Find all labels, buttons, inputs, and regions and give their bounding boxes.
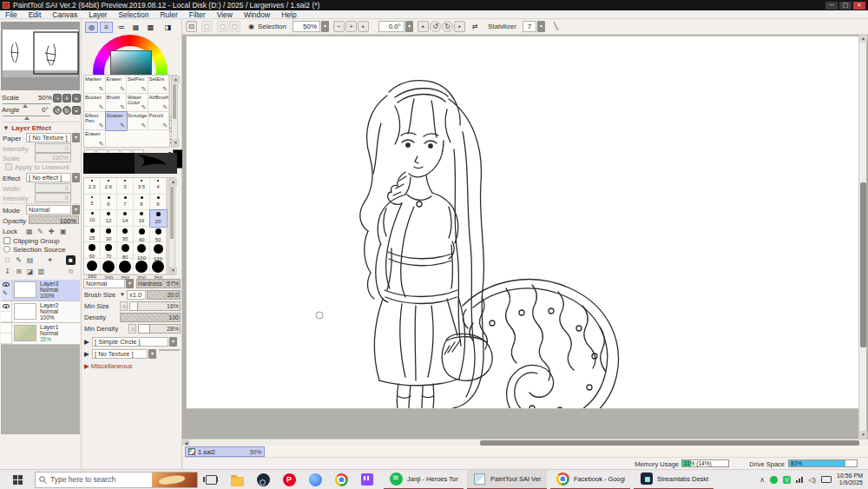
undo-icon[interactable]: ▢ — [201, 21, 213, 32]
twitch-button[interactable] — [354, 470, 380, 489]
tool-grid-scrollbar[interactable]: ▲▼ — [171, 75, 178, 148]
hsv-slider-tab[interactable]: ≔ — [115, 22, 128, 33]
canvas-rotate-reset[interactable]: ▪ — [454, 21, 465, 32]
menu-item[interactable]: View — [217, 10, 233, 19]
layer-visibility-toggle[interactable] — [1, 301, 11, 312]
blend-mode-select[interactable]: Normal — [26, 205, 71, 215]
lock-transparency-icon[interactable]: ▦ — [26, 228, 33, 235]
menu-item[interactable]: File — [5, 10, 17, 19]
menu-item[interactable]: Filter — [189, 10, 206, 19]
swatches-tab[interactable]: ▦ — [129, 22, 142, 33]
touch-keyboard-icon[interactable] — [821, 476, 832, 483]
brush-size-button[interactable]: 8 — [134, 195, 150, 211]
taskbar-app-button[interactable]: Facebook - Google ... — [550, 470, 630, 489]
min-size-slider[interactable]: 16% — [129, 301, 181, 311]
taskbar-app-button[interactable]: Janji - Heroes Tonig... — [384, 470, 464, 489]
brush-size-button[interactable]: 6 — [101, 195, 117, 211]
mixer-tab[interactable]: ▩ — [144, 22, 157, 33]
chrome-button[interactable] — [328, 470, 354, 489]
canvas-zoom-out[interactable]: − — [333, 21, 345, 32]
taskbar-app-button[interactable]: PaintTool SAI Ver.2 ... — [467, 470, 547, 489]
rotate-reset-button[interactable]: ▪ — [72, 106, 81, 115]
brush-size-button[interactable]: 10 — [84, 210, 101, 227]
paper-select[interactable]: [ No Texture ] — [26, 133, 71, 142]
brush-size-button[interactable]: 300 — [134, 259, 150, 275]
min-density-slider[interactable]: 28% — [138, 324, 181, 334]
brush-size-button[interactable]: 4 — [150, 178, 167, 195]
zoom-out-button[interactable]: − — [53, 94, 62, 102]
clipping-group-checkbox[interactable] — [3, 237, 10, 244]
canvas-rotate-ccw[interactable]: ↺ — [430, 21, 441, 32]
menu-item[interactable]: Window — [244, 10, 270, 19]
lock-move-icon[interactable]: ✚ — [49, 228, 55, 235]
brush-mode-dropdown[interactable]: ▾ — [126, 279, 134, 288]
min-size-lock[interactable]: a — [120, 301, 128, 311]
tool-button[interactable]: SelPen ✎ — [127, 76, 148, 94]
brush-size-button[interactable]: 9 — [150, 195, 167, 211]
new-layer-icon[interactable]: □ — [3, 255, 12, 265]
paper-dropdown-button[interactable]: ▾ — [72, 133, 80, 142]
menu-item[interactable]: Canvas — [52, 10, 77, 19]
size-grid-scrollbar[interactable]: ▲▼ — [168, 177, 175, 275]
navigator-thumbnail[interactable] — [1, 22, 80, 90]
tool-button[interactable]: Eraser ✎ — [84, 130, 106, 149]
menu-item[interactable]: Ruler — [160, 10, 177, 19]
layer-visibility-toggle[interactable] — [1, 280, 11, 290]
canvas-zoom-in[interactable]: + — [345, 21, 357, 32]
brush-size-button[interactable]: 80 — [117, 242, 134, 259]
tool-button[interactable]: Brush ✎ — [106, 94, 128, 112]
canvas-rotate-reset2[interactable]: ▪ — [418, 21, 429, 32]
brush-size-button[interactable]: 5 — [84, 195, 101, 211]
angle-value-box[interactable]: 0.0° — [378, 21, 404, 32]
brush-size-button[interactable]: 50 — [150, 227, 167, 243]
hardness-slider[interactable]: Hardness 57% — [136, 279, 181, 288]
file-explorer-button[interactable] — [224, 470, 250, 489]
pinterest-button[interactable]: P — [276, 470, 302, 489]
zoom-reset-button[interactable]: ▪ — [72, 94, 81, 102]
brush-size-button[interactable]: 35 — [117, 227, 134, 243]
mode-dropdown-button[interactable]: ▾ — [72, 205, 80, 215]
brush-size-slider[interactable]: 20.0 — [147, 290, 181, 300]
maximize-button[interactable]: ▢ — [839, 2, 852, 10]
tool-button[interactable]: Pencil ✎ — [148, 112, 170, 130]
texture-expander[interactable]: ▶ — [84, 350, 89, 358]
redo-icon[interactable]: ▢ — [217, 21, 228, 32]
wand-icon[interactable]: ✶ — [45, 255, 55, 265]
shape-expander[interactable]: ▶ — [84, 338, 89, 346]
brush-size-button[interactable]: 120 — [150, 242, 167, 259]
brush-size-button[interactable]: 16 — [134, 210, 150, 227]
clear-layer-icon[interactable]: ◪ — [25, 267, 35, 276]
brush-size-button[interactable]: 2.3 — [84, 178, 101, 195]
task-view-button[interactable] — [198, 470, 224, 489]
selection-source-radio[interactable] — [3, 246, 10, 253]
brush-size-button[interactable]: 200 — [101, 259, 117, 275]
rgb-slider-tab[interactable]: ≡ — [100, 22, 113, 33]
effect-dropdown-button[interactable]: ▾ — [72, 173, 80, 182]
layer-row[interactable]: ✎ Layer3 Normal 100% — [1, 280, 80, 301]
delete-layer-icon[interactable]: ▥ — [36, 267, 46, 276]
canvas-horizontal-scrollbar[interactable]: ◀ — [182, 439, 868, 446]
canvas-vertical-scrollbar[interactable]: ▲ ▼ — [858, 35, 866, 439]
taskbar-clock[interactable]: 10:56 PM 1/9/2025 — [837, 472, 863, 486]
brush-size-button[interactable]: 30 — [101, 227, 117, 243]
color-wheel-tab[interactable]: ◍ — [85, 22, 98, 33]
zoom-dropdown[interactable]: ▾ — [321, 21, 329, 32]
tool-button[interactable]: Marker ✎ — [84, 76, 106, 94]
tray-spotify-icon[interactable] — [770, 476, 778, 484]
brush-size-button[interactable]: 7 — [117, 195, 134, 211]
brush-shape-select[interactable]: [ Simple Circle ] — [92, 337, 168, 347]
lock-pencil-icon[interactable]: ✎ — [37, 228, 43, 235]
new-linework-layer-icon[interactable]: ✎ — [14, 255, 23, 265]
brush-size-button[interactable]: 160 — [84, 259, 101, 275]
layer-visibility-toggle[interactable] — [1, 323, 11, 334]
canvas-page[interactable] — [187, 36, 858, 408]
brush-size-button[interactable]: 350 — [150, 259, 167, 275]
menu-item[interactable]: Layer — [89, 10, 107, 19]
clipboard-icon[interactable]: ⊡ — [186, 21, 197, 32]
tool-button[interactable]: Eraser ✎ — [106, 76, 128, 94]
stabilizer-dropdown[interactable]: ▾ — [537, 21, 545, 32]
opacity-slider[interactable]: 100% — [29, 215, 79, 224]
duplicate-layer-icon[interactable]: ⧉ — [66, 267, 76, 276]
brush-size-button[interactable]: 40 — [134, 227, 150, 243]
miscellaneous-header[interactable]: ▶ Miscellaneous — [83, 361, 181, 371]
